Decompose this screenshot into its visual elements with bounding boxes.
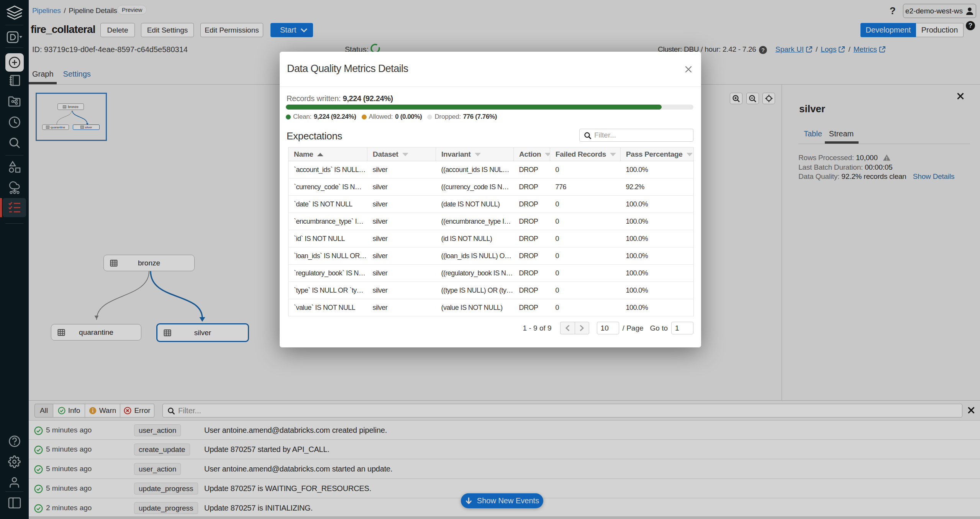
cell-failed-records: 0 bbox=[550, 282, 621, 299]
next-page-button[interactable] bbox=[575, 322, 589, 334]
allowed-dot-icon bbox=[362, 115, 367, 120]
cell-pass-percentage: 100.0% bbox=[621, 265, 694, 282]
progress-legend: Clean:9,224 (92.24%) Allowed:0 (0.00%) D… bbox=[286, 113, 497, 121]
expectation-row[interactable]: `type` IS NULL OR `ty… silver ((type IS … bbox=[288, 282, 694, 299]
cell-failed-records: 0 bbox=[550, 213, 621, 230]
sort-icon bbox=[402, 153, 408, 156]
column-name[interactable]: Name bbox=[288, 147, 367, 161]
expectation-row[interactable]: `currency_code` IS N… silver ((currency_… bbox=[288, 178, 694, 196]
cell-name: `regulatory_book` IS N… bbox=[288, 265, 367, 282]
cell-failed-records: 0 bbox=[550, 196, 621, 213]
legend-clean: Clean:9,224 (92.24%) bbox=[286, 113, 356, 121]
expectation-row[interactable]: `regulatory_book` IS N… silver ((regulat… bbox=[288, 265, 694, 282]
cell-pass-percentage: 100.0% bbox=[621, 230, 694, 247]
cell-invariant: ((currency_code IS N… bbox=[436, 178, 514, 196]
per-page-label: / Page bbox=[623, 324, 644, 332]
cell-name: `id` IS NOT NULL bbox=[288, 230, 367, 247]
legend-dropped: Dropped:776 (7.76%) bbox=[427, 113, 497, 121]
records-written: Records written: 9,224 (92.24%) bbox=[287, 94, 393, 103]
cell-invariant: ((loan_ids IS NULL) O… bbox=[436, 247, 514, 265]
modal-close-icon[interactable] bbox=[685, 65, 693, 74]
cell-failed-records: 776 bbox=[550, 178, 621, 196]
expectation-row[interactable]: `id` IS NOT NULL silver (id IS NOT NULL)… bbox=[288, 230, 694, 247]
cell-invariant: (date IS NOT NULL) bbox=[436, 196, 514, 213]
expectations-filter-input[interactable] bbox=[594, 129, 691, 141]
cell-invariant: ((account_ids IS NUL… bbox=[436, 161, 514, 178]
cell-action: DROP bbox=[514, 299, 550, 316]
expectation-row[interactable]: `date` IS NOT NULL silver (date IS NOT N… bbox=[288, 196, 694, 213]
cell-pass-percentage: 100.0% bbox=[621, 282, 694, 299]
sort-icon bbox=[475, 153, 481, 156]
cell-invariant: (value IS NOT NULL) bbox=[436, 299, 514, 316]
cell-dataset: silver bbox=[367, 299, 436, 316]
cell-name: `loan_ids` IS NULL OR… bbox=[288, 247, 367, 265]
cell-action: DROP bbox=[514, 230, 550, 247]
page-size-input[interactable] bbox=[597, 322, 619, 334]
cell-invariant: ((regulatory_book IS N… bbox=[436, 265, 514, 282]
column-pass-percentage[interactable]: Pass Percentage bbox=[621, 147, 694, 161]
cell-name: `date` IS NOT NULL bbox=[288, 196, 367, 213]
goto-page-input[interactable] bbox=[671, 322, 693, 334]
cell-dataset: silver bbox=[367, 265, 436, 282]
sort-asc-icon bbox=[317, 153, 323, 156]
cell-name: `type` IS NULL OR `ty… bbox=[288, 282, 367, 299]
cell-pass-percentage: 100.0% bbox=[621, 247, 694, 265]
cell-invariant: ((encumbrance_type I… bbox=[436, 213, 514, 230]
cell-name: `account_ids` IS NULL… bbox=[288, 161, 367, 178]
expectation-row[interactable]: `loan_ids` IS NULL OR… silver ((loan_ids… bbox=[288, 247, 694, 265]
prev-page-button[interactable] bbox=[560, 322, 575, 334]
cell-dataset: silver bbox=[367, 247, 436, 265]
cell-failed-records: 0 bbox=[550, 230, 621, 247]
expectation-row[interactable]: `encumbrance_type` I… silver ((encumbran… bbox=[288, 213, 694, 230]
cell-name: `value` IS NOT NULL bbox=[288, 299, 367, 316]
cell-dataset: silver bbox=[367, 196, 436, 213]
cell-action: DROP bbox=[514, 265, 550, 282]
page-range: 1 - 9 of 9 bbox=[523, 324, 552, 332]
expectation-row[interactable]: `value` IS NOT NULL silver (value IS NOT… bbox=[288, 299, 694, 316]
column-dataset[interactable]: Dataset bbox=[367, 147, 436, 161]
column-failed-records[interactable]: Failed Records bbox=[550, 147, 621, 161]
pagination: 1 - 9 of 9 / Page Go to bbox=[523, 322, 693, 334]
cell-action: DROP bbox=[514, 161, 550, 178]
cell-failed-records: 0 bbox=[550, 161, 621, 178]
sort-icon bbox=[610, 153, 616, 156]
cell-failed-records: 0 bbox=[550, 299, 621, 316]
cell-name: `currency_code` IS N… bbox=[288, 178, 367, 196]
expectation-row[interactable]: `account_ids` IS NULL… silver ((account_… bbox=[288, 161, 694, 178]
legend-allowed: Allowed:0 (0.00%) bbox=[362, 113, 422, 121]
goto-label: Go to bbox=[650, 324, 668, 332]
sort-icon bbox=[687, 153, 693, 156]
cell-dataset: silver bbox=[367, 161, 436, 178]
cell-action: DROP bbox=[514, 178, 550, 196]
column-action[interactable]: Action bbox=[514, 147, 550, 161]
cell-action: DROP bbox=[514, 196, 550, 213]
column-invariant[interactable]: Invariant bbox=[436, 147, 514, 161]
dropped-dot-icon bbox=[427, 115, 432, 120]
cell-dataset: silver bbox=[367, 230, 436, 247]
cell-invariant: (id IS NOT NULL) bbox=[436, 230, 514, 247]
modal-header-divider bbox=[280, 87, 701, 87]
cell-name: `encumbrance_type` I… bbox=[288, 213, 367, 230]
cell-invariant: ((type IS NULL) OR (ty… bbox=[436, 282, 514, 299]
cell-pass-percentage: 92.2% bbox=[621, 178, 694, 196]
search-icon bbox=[584, 132, 592, 139]
expectations-title: Expectations bbox=[287, 130, 342, 142]
sort-icon bbox=[545, 153, 550, 156]
cell-dataset: silver bbox=[367, 282, 436, 299]
cell-pass-percentage: 100.0% bbox=[621, 196, 694, 213]
clean-dot-icon bbox=[286, 115, 291, 120]
data-quality-modal: Data Quality Metrics Details Records wri… bbox=[280, 52, 701, 347]
table-header-row: Name Dataset Invariant Action Failed Rec… bbox=[288, 147, 694, 161]
expectations-table: Name Dataset Invariant Action Failed Rec… bbox=[288, 147, 694, 316]
cell-failed-records: 0 bbox=[550, 265, 621, 282]
cell-dataset: silver bbox=[367, 178, 436, 196]
progress-fill bbox=[286, 105, 662, 110]
records-progress-bar bbox=[286, 105, 693, 110]
expectations-filter-field bbox=[579, 129, 693, 142]
cell-dataset: silver bbox=[367, 213, 436, 230]
cell-pass-percentage: 100.0% bbox=[621, 299, 694, 316]
cell-pass-percentage: 100.0% bbox=[621, 213, 694, 230]
cell-action: DROP bbox=[514, 282, 550, 299]
cell-pass-percentage: 100.0% bbox=[621, 161, 694, 178]
cell-action: DROP bbox=[514, 247, 550, 265]
